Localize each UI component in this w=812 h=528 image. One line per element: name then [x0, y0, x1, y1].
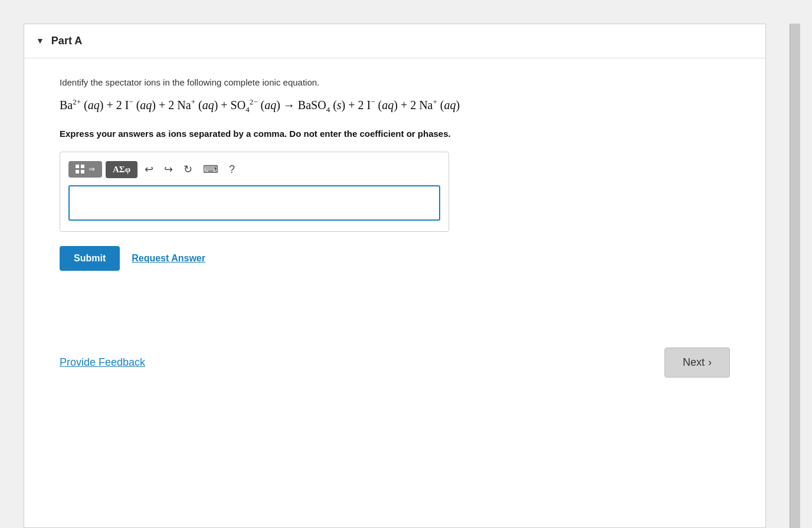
symbol-label: AΣφ: [113, 165, 130, 175]
next-button[interactable]: Next ›: [664, 347, 730, 378]
undo-icon: ↩: [145, 163, 153, 175]
part-header: ▼ Part A: [24, 24, 765, 58]
keyboard-button[interactable]: ⌨: [199, 160, 222, 178]
next-label: Next: [683, 356, 705, 369]
editor-toolbar: ⇒ AΣφ ↩ ↪ ↻ ⌨: [68, 160, 440, 178]
question-intro: Identify the spectator ions in the follo…: [60, 76, 730, 90]
provide-feedback-button[interactable]: Provide Feedback: [60, 356, 145, 369]
keyboard-icon: ⌨: [203, 163, 218, 175]
scrollbar[interactable]: [790, 24, 800, 528]
refresh-icon: ↻: [184, 163, 192, 175]
part-title: Part A: [51, 35, 82, 47]
next-chevron-icon: ›: [708, 356, 712, 369]
undo-button[interactable]: ↩: [141, 160, 157, 178]
redo-icon: ↪: [164, 163, 173, 175]
matrix-icon: [76, 165, 85, 174]
ionic-equation: Ba2+ (aq) + 2 I− (aq) + 2 Na+ (aq) + SO4…: [60, 96, 730, 116]
answer-input[interactable]: [68, 185, 440, 221]
request-answer-button[interactable]: Request Answer: [132, 253, 205, 264]
help-icon: ?: [229, 163, 235, 175]
actions-row: Submit Request Answer: [60, 246, 730, 271]
collapse-arrow-icon[interactable]: ▼: [36, 37, 44, 46]
matrix-button[interactable]: ⇒: [68, 161, 102, 178]
answer-editor: ⇒ AΣφ ↩ ↪ ↻ ⌨: [60, 152, 449, 232]
submit-button[interactable]: Submit: [60, 246, 120, 271]
answer-instruction: Express your answers as ions separated b…: [60, 127, 730, 140]
symbol-palette-button[interactable]: AΣφ: [106, 161, 137, 178]
redo-button[interactable]: ↪: [161, 160, 176, 178]
content-area: Identify the spectator ions in the follo…: [24, 58, 765, 294]
help-button[interactable]: ?: [225, 161, 238, 178]
footer-row: Provide Feedback Next ›: [24, 330, 765, 395]
refresh-button[interactable]: ↻: [180, 160, 196, 178]
